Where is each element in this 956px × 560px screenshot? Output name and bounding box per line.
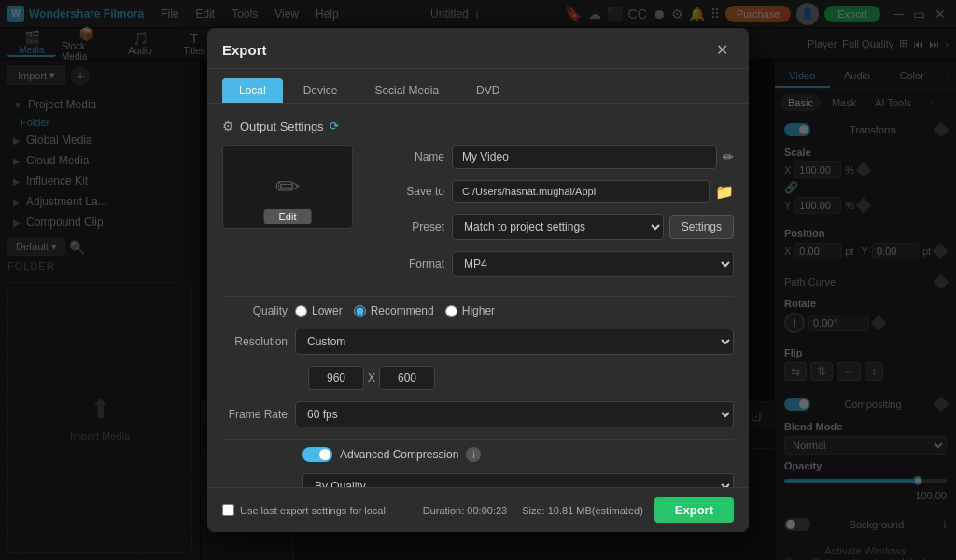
form-section: ✏ Edit Name ✏ Save to [222, 145, 734, 288]
resolution-field: Custom [295, 329, 734, 355]
use-last-checkbox[interactable]: Use last export settings for local [222, 504, 386, 516]
format-select[interactable]: MP4 [452, 251, 734, 277]
quality-label: Quality [222, 304, 288, 317]
resolution-label: Resolution [222, 335, 288, 348]
advanced-compression-info[interactable]: i [466, 447, 481, 462]
res-width-input[interactable] [308, 366, 364, 390]
advanced-compression-label: Advanced Compression [340, 448, 458, 461]
quality-higher-radio[interactable] [445, 305, 457, 317]
resolution-inputs-row: X [222, 366, 734, 390]
preset-label: Preset [379, 220, 444, 233]
quality-row: Quality Lower Recommend Higher [222, 304, 734, 317]
format-label: Format [379, 258, 444, 271]
settings-gear-icon: ⚙ [222, 119, 234, 133]
modal-tab-local[interactable]: Local [222, 78, 283, 103]
export-button[interactable]: Export [654, 497, 734, 523]
modal-title: Export [222, 42, 267, 58]
res-height-input[interactable] [379, 366, 435, 390]
output-settings-label: Output Settings [240, 119, 324, 133]
format-row: Format MP4 [379, 251, 734, 277]
modal-overlay[interactable]: Export ✕ Local Device Social Media DVD ⚙… [0, 0, 956, 560]
advanced-compression-row: Advanced Compression i [222, 447, 734, 462]
save-to-field: C:/Users/hasnat.mughal/Appl 📁 [452, 180, 734, 203]
preset-row: Preset Match to project settings Setting… [379, 214, 734, 240]
advanced-compression-field: Advanced Compression i [302, 447, 481, 462]
adv-toggle-knob [319, 449, 330, 460]
advanced-compression-toggle[interactable] [302, 447, 332, 462]
modal-tabs: Local Device Social Media DVD [207, 69, 749, 104]
file-path: C:/Users/hasnat.mughal/Appl [452, 180, 710, 203]
browse-folder-button[interactable]: 📁 [715, 183, 734, 201]
thumbnail-icon: ✏ [275, 169, 301, 204]
modal-header: Export ✕ [207, 28, 749, 69]
by-quality-row: By Quality [222, 473, 734, 487]
frame-rate-row: Frame Rate 60 fps [222, 401, 734, 427]
save-to-label: Save to [379, 185, 444, 198]
use-last-input[interactable] [222, 504, 234, 516]
thumbnail-area: ✏ Edit [222, 145, 353, 229]
modal-body: ⚙ Output Settings ⟳ ✏ Edit Name ✏ [207, 104, 749, 487]
modal-tab-social-media[interactable]: Social Media [358, 78, 456, 103]
quality-higher[interactable]: Higher [445, 304, 495, 317]
modal-footer: Use last export settings for local Durat… [207, 487, 749, 532]
duration-label: Duration: 00:00:23 [423, 505, 508, 516]
quality-lower-radio[interactable] [295, 305, 307, 317]
form-fields: Name ✏ Save to C:/Users/hasnat.mughal/Ap… [379, 145, 734, 288]
output-settings-header: ⚙ Output Settings ⟳ [222, 119, 734, 133]
resolution-row: Resolution Custom [222, 329, 734, 355]
by-quality-select[interactable]: By Quality [302, 473, 734, 487]
name-row: Name ✏ [379, 145, 734, 169]
name-input[interactable] [452, 145, 717, 169]
quality-options: Lower Recommend Higher [295, 304, 734, 317]
frame-rate-select[interactable]: 60 fps [295, 401, 734, 427]
quality-lower[interactable]: Lower [295, 304, 343, 317]
resolution-select[interactable]: Custom [295, 329, 734, 355]
modal-tab-device[interactable]: Device [287, 78, 355, 103]
resolution-inputs: X [308, 366, 435, 390]
name-label: Name [379, 150, 444, 163]
size-label: Size: 10.81 MB(estimated) [522, 505, 643, 516]
edit-thumbnail-button[interactable]: Edit [264, 209, 312, 224]
rename-icon[interactable]: ✏ [723, 149, 734, 164]
preset-field: Match to project settings Settings [452, 214, 734, 240]
preset-select[interactable]: Match to project settings [452, 214, 664, 240]
preset-settings-button[interactable]: Settings [669, 215, 734, 239]
duration-info: Duration: 00:00:23 Size: 10.81 MB(estima… [423, 505, 643, 516]
quality-recommend[interactable]: Recommend [354, 304, 434, 317]
res-separator: X [368, 371, 375, 385]
frame-rate-label: Frame Rate [222, 408, 288, 421]
modal-tab-dvd[interactable]: DVD [459, 78, 516, 103]
modal-close-button[interactable]: ✕ [710, 39, 734, 61]
divider-2 [222, 439, 734, 440]
quality-recommend-radio[interactable] [354, 305, 366, 317]
export-modal: Export ✕ Local Device Social Media DVD ⚙… [207, 28, 749, 532]
divider-1 [222, 296, 734, 297]
save-to-row: Save to C:/Users/hasnat.mughal/Appl 📁 [379, 180, 734, 203]
output-settings-info[interactable]: ⟳ [330, 119, 339, 133]
modal-header-icons: ✕ [710, 39, 734, 61]
